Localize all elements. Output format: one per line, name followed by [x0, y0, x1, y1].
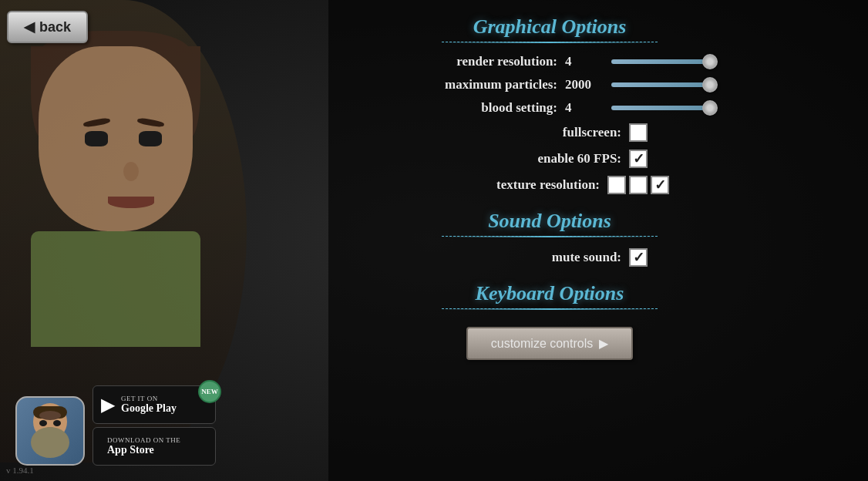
arrow-right-icon: ▶	[599, 336, 608, 351]
shirt	[31, 231, 200, 347]
mute-sound-row: mute sound:	[293, 248, 806, 267]
graphical-options-title: Graphical Options	[473, 15, 627, 39]
customize-controls-label: customize controls	[491, 337, 594, 351]
fullscreen-label: fullscreen:	[452, 125, 621, 140]
texture-resolution-label: texture resolution:	[430, 177, 600, 193]
new-badge: NEW	[198, 380, 221, 403]
eye-right	[139, 131, 162, 146]
max-particles-row: maximum particles: 2000	[293, 77, 806, 92]
render-resolution-value: 4	[565, 54, 604, 69]
blood-setting-slider[interactable]	[611, 106, 712, 110]
customize-controls-button[interactable]: customize controls ▶	[466, 327, 634, 360]
graphical-options-section: Graphical Options render resolution: 4 m…	[293, 15, 806, 202]
app-store-text: Download on the App Store	[107, 436, 180, 456]
texture-resolution-boxes	[607, 176, 669, 194]
google-play-badge[interactable]: ▶ GET IT ON Google Play NEW	[93, 385, 216, 424]
mute-sound-label: mute sound:	[452, 250, 621, 265]
mute-sound-checkbox[interactable]	[629, 248, 648, 267]
slider-thumb[interactable]	[702, 100, 718, 116]
render-resolution-slider[interactable]	[611, 59, 712, 64]
blood-setting-value: 4	[565, 100, 604, 116]
google-play-icon: ▶	[101, 394, 115, 415]
settings-panel: Graphical Options render resolution: 4 m…	[293, 15, 806, 458]
fullscreen-row: fullscreen:	[293, 123, 806, 142]
google-play-line1: GET IT ON	[121, 395, 177, 402]
app-store-line1: Download on the	[107, 436, 180, 444]
character-face	[23, 31, 208, 262]
back-button[interactable]: ◀ back	[7, 11, 88, 43]
graphical-divider	[442, 42, 658, 43]
eyebrow-left	[83, 117, 111, 128]
texture-resolution-row: texture resolution:	[293, 176, 806, 194]
fullscreen-checkbox[interactable]	[629, 123, 648, 142]
keyboard-divider	[442, 308, 658, 310]
svg-point-3	[53, 420, 61, 426]
back-label: back	[39, 19, 71, 35]
texture-box-3[interactable]	[651, 176, 669, 194]
version-text: v 1.94.1	[6, 466, 34, 475]
max-particles-label: maximum particles:	[388, 77, 557, 92]
face	[39, 46, 193, 231]
bottom-badges: ▶ GET IT ON Google Play NEW Download on …	[15, 385, 216, 466]
fps-label: enable 60 FPS:	[452, 151, 621, 166]
avatar[interactable]	[15, 396, 85, 466]
eye-left	[85, 131, 108, 146]
fps-checkbox[interactable]	[629, 150, 648, 168]
svg-point-6	[39, 411, 61, 420]
fps-row: enable 60 FPS:	[293, 150, 806, 168]
slider-track[interactable]	[611, 59, 712, 64]
keyboard-options-title: Keyboard Options	[476, 282, 624, 305]
store-badges: ▶ GET IT ON Google Play NEW Download on …	[93, 385, 216, 466]
slider-track[interactable]	[611, 106, 712, 110]
slider-thumb[interactable]	[702, 54, 718, 69]
sound-options-section: Sound Options mute sound:	[293, 210, 806, 274]
render-resolution-label: render resolution:	[388, 54, 557, 69]
render-resolution-row: render resolution: 4	[293, 54, 806, 69]
texture-box-1[interactable]	[607, 176, 626, 194]
nose	[123, 162, 139, 181]
slider-track[interactable]	[611, 82, 712, 87]
google-play-line2: Google Play	[121, 402, 177, 415]
sound-options-title: Sound Options	[488, 210, 611, 233]
app-store-line2: App Store	[107, 444, 180, 456]
svg-point-2	[39, 420, 47, 426]
avatar-svg	[23, 400, 77, 462]
slider-thumb[interactable]	[702, 77, 718, 92]
back-arrow-icon: ◀	[24, 18, 35, 35]
sound-divider	[442, 236, 658, 237]
eyebrow-right	[137, 117, 165, 128]
mouth	[108, 197, 154, 208]
svg-point-5	[31, 427, 69, 458]
blood-setting-label: blood setting:	[388, 100, 557, 116]
google-play-text: GET IT ON Google Play	[121, 395, 177, 415]
app-store-badge[interactable]: Download on the App Store	[93, 427, 216, 466]
blood-setting-row: blood setting: 4	[293, 100, 806, 116]
max-particles-slider[interactable]	[611, 82, 712, 87]
texture-box-2[interactable]	[629, 176, 648, 194]
max-particles-value: 2000	[565, 77, 604, 92]
keyboard-options-section: Keyboard Options customize controls ▶	[293, 282, 806, 360]
